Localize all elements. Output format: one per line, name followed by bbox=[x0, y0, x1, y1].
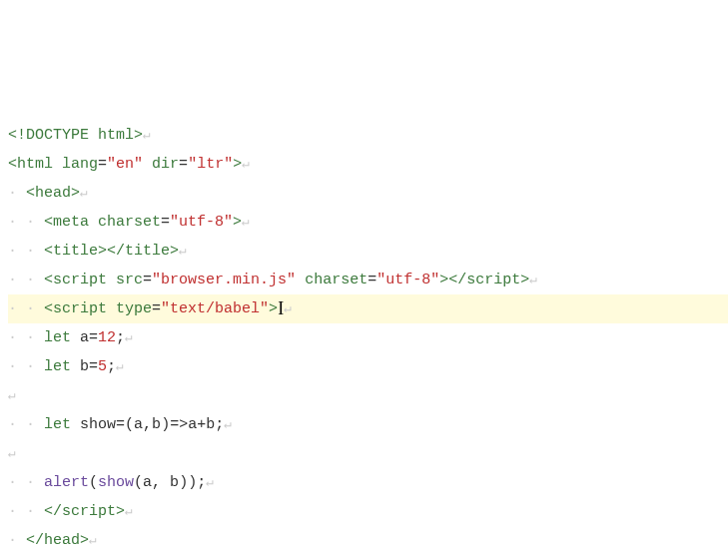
code-line[interactable]: · · alert(show(a, b));↵ bbox=[8, 468, 728, 497]
plain-token bbox=[71, 358, 80, 375]
tag-token: > bbox=[439, 272, 448, 288]
code-line[interactable]: · · <script type="text/babel">I↵ bbox=[8, 294, 728, 323]
punct-token: = bbox=[161, 214, 170, 231]
ws-token: ↵ bbox=[179, 244, 187, 259]
ws-token: ↵ bbox=[224, 417, 232, 432]
ident-token: a bbox=[80, 329, 89, 346]
punct-token: = bbox=[98, 156, 107, 173]
punct-token: = bbox=[367, 272, 376, 288]
code-line[interactable]: · · </script>↵ bbox=[8, 497, 728, 526]
plain-token bbox=[89, 214, 98, 231]
func-token: show bbox=[98, 474, 134, 491]
tag-token: <script bbox=[44, 300, 107, 317]
punct-token: ; bbox=[107, 358, 116, 375]
ws-token: ↵ bbox=[206, 475, 214, 490]
ident-token: b bbox=[80, 358, 89, 375]
indent-guide: · · bbox=[8, 503, 44, 520]
attr-name-token: html bbox=[98, 127, 134, 144]
ident-token: b bbox=[170, 474, 179, 491]
attr-val-token: "utf-8" bbox=[376, 272, 439, 288]
ws-token: ↵ bbox=[529, 273, 537, 287]
code-line[interactable]: <!DOCTYPE html>↵ bbox=[8, 121, 728, 150]
punct-token: ; bbox=[215, 416, 224, 433]
punct-token: )); bbox=[179, 474, 206, 491]
code-line[interactable]: · · let b=5;↵ bbox=[8, 352, 728, 381]
code-line[interactable]: · · let show=(a,b)=>a+b;↵ bbox=[8, 410, 728, 439]
ident-token: a bbox=[188, 416, 197, 433]
punct-token: = bbox=[179, 156, 188, 173]
code-line[interactable]: · · <script src="browser.min.js" charset… bbox=[8, 266, 728, 294]
tag-token: > bbox=[134, 127, 143, 144]
indent-guide: · bbox=[8, 185, 26, 202]
indent-guide: · · bbox=[8, 214, 44, 231]
attr-name-token: charset bbox=[98, 214, 161, 231]
tag-token: <title></title> bbox=[44, 243, 179, 260]
plain-token bbox=[53, 156, 62, 173]
indent-guide: · · bbox=[8, 358, 44, 375]
code-line[interactable]: · </head>↵ bbox=[8, 526, 728, 555]
ws-token: ↵ bbox=[143, 128, 151, 143]
ident-token: show bbox=[80, 416, 116, 433]
attr-name-token: charset bbox=[305, 272, 367, 288]
attr-name-token: type bbox=[116, 300, 152, 317]
num-token: 12 bbox=[98, 329, 116, 346]
tag-token: </script> bbox=[44, 503, 125, 520]
tag-token: <meta bbox=[44, 214, 89, 231]
plain-token bbox=[107, 272, 116, 288]
plain-token bbox=[296, 272, 305, 288]
num-token: 5 bbox=[98, 358, 107, 375]
code-line[interactable]: · · <meta charset="utf-8">↵ bbox=[8, 208, 728, 237]
code-line[interactable]: ↵ bbox=[8, 439, 728, 468]
tag-token: <!DOCTYPE bbox=[8, 127, 89, 144]
keyword-token: let bbox=[44, 416, 71, 433]
punct-token: = bbox=[143, 272, 152, 288]
code-line[interactable]: ↵ bbox=[8, 381, 728, 410]
punct-token: = bbox=[89, 329, 98, 346]
plain-token bbox=[71, 416, 80, 433]
tag-token: > bbox=[269, 300, 278, 317]
indent-guide: · · bbox=[8, 243, 44, 260]
attr-name-token: src bbox=[116, 272, 143, 288]
ws-token: ↵ bbox=[125, 330, 133, 345]
code-editor[interactable]: <!DOCTYPE html>↵<html lang="en" dir="ltr… bbox=[8, 121, 728, 560]
ws-token: ↵ bbox=[125, 504, 133, 519]
punct-token: =( bbox=[116, 416, 134, 433]
tag-token: </script> bbox=[448, 272, 529, 288]
ws-token: ↵ bbox=[80, 186, 88, 201]
attr-val-token: "ltr" bbox=[188, 156, 233, 173]
ws-token: ↵ bbox=[8, 388, 16, 403]
indent-guide: · · bbox=[8, 329, 44, 346]
punct-token: = bbox=[152, 300, 161, 317]
ws-token: ↵ bbox=[8, 446, 16, 461]
attr-val-token: "en" bbox=[107, 156, 143, 173]
ident-token: b bbox=[206, 416, 215, 433]
punct-token: )=> bbox=[161, 416, 188, 433]
plain-token bbox=[143, 156, 152, 173]
ws-token: ↵ bbox=[242, 157, 250, 172]
punct-token: , bbox=[143, 416, 152, 433]
attr-name-token: lang bbox=[62, 156, 98, 173]
code-line[interactable]: · <body>↵ bbox=[8, 555, 728, 560]
punct-token: ( bbox=[89, 474, 98, 491]
code-line[interactable]: · <head>↵ bbox=[8, 179, 728, 208]
ws-token: ↵ bbox=[242, 215, 250, 230]
plain-token bbox=[107, 300, 116, 317]
code-line[interactable]: · · <title></title>↵ bbox=[8, 237, 728, 266]
code-line[interactable]: · · let a=12;↵ bbox=[8, 323, 728, 352]
punct-token: ( bbox=[134, 474, 143, 491]
ws-token: ↵ bbox=[89, 533, 97, 548]
punct-token: = bbox=[89, 358, 98, 375]
ident-token: a bbox=[134, 416, 143, 433]
attr-val-token: "text/babel" bbox=[161, 300, 269, 317]
tag-token: <script bbox=[44, 272, 107, 288]
plain-token bbox=[71, 329, 80, 346]
indent-guide: · · bbox=[8, 272, 44, 288]
attr-val-token: "browser.min.js" bbox=[152, 272, 296, 288]
tag-token: > bbox=[233, 156, 242, 173]
tag-token: > bbox=[233, 214, 242, 231]
indent-guide: · bbox=[8, 532, 26, 549]
code-line[interactable]: <html lang="en" dir="ltr">↵ bbox=[8, 150, 728, 179]
plain-token bbox=[89, 127, 98, 144]
ws-token: ↵ bbox=[284, 301, 292, 316]
indent-guide: · · bbox=[8, 416, 44, 433]
